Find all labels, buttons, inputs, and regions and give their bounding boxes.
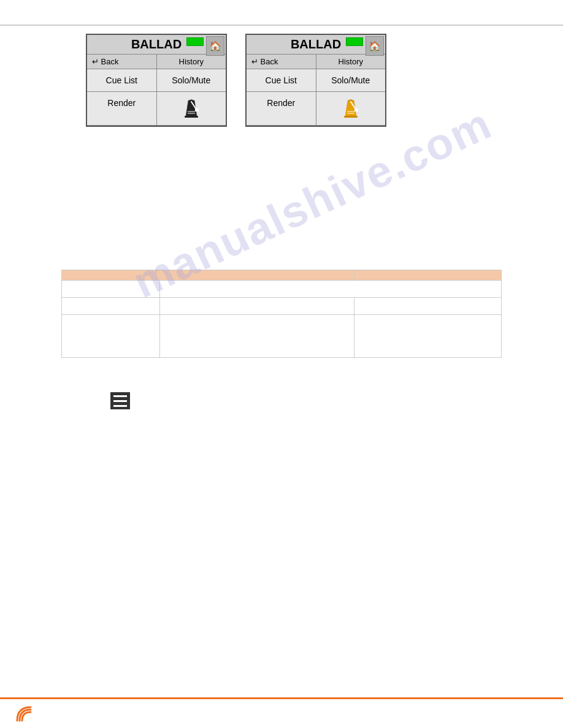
hamburger-container [110,392,130,409]
table-cell [354,315,502,358]
widget-1: BALLAD 🏠 ↵ Back History Cue List Solo/Mu… [86,34,227,127]
table-cell [160,315,354,358]
metro-icon-orange [342,98,360,119]
widget-2-cue-list-button[interactable]: Cue List [247,69,316,91]
svg-rect-6 [185,116,198,118]
widget-2-row1: Cue List Solo/Mute [247,69,385,92]
widgets-container: BALLAD 🏠 ↵ Back History Cue List Solo/Mu… [86,34,386,127]
widget-2-back-button[interactable]: ↵ Back [247,55,316,69]
hamburger-line-3 [113,405,127,407]
widget-1-row2: Render [87,92,226,126]
widget-2-solo-mute-button[interactable]: Solo/Mute [316,69,386,91]
widget-2-history-button[interactable]: History [316,55,386,69]
widget-2-metro-button[interactable] [316,92,386,125]
page-footer [0,697,563,728]
top-divider [0,25,563,26]
widget-1-metro-button[interactable] [157,92,226,125]
widget-2-home-button[interactable]: 🏠 [366,36,384,56]
widget-2-row2: Render [247,92,385,126]
hamburger-line-2 [113,400,127,402]
table-row [62,281,502,298]
widget-1-render-button[interactable]: Render [87,92,157,125]
table-header-row [62,270,502,281]
widget-2-nav: ↵ Back History [247,55,385,69]
widget-2-history-label: History [339,57,363,66]
widget-1-indicator [186,37,204,46]
table-row [62,298,502,315]
table-cell [62,315,160,358]
table-header-col2 [160,270,354,281]
widget-2-header: BALLAD 🏠 [247,35,385,55]
table-cell [354,298,502,315]
hamburger-menu-button[interactable] [110,392,130,409]
table-header-col1 [62,270,160,281]
widget-2-indicator [346,37,363,46]
data-table [61,270,502,358]
widget-1-nav: ↵ Back History [87,55,226,69]
widget-2: BALLAD 🏠 ↵ Back History Cue List Solo/Mu… [245,34,386,127]
table-row [62,315,502,358]
metro-icon-black [182,98,201,119]
hamburger-line-1 [113,395,127,397]
widget-1-home-button[interactable]: 🏠 [206,36,224,56]
widget-1-back-label: ↵ Back [92,57,119,66]
widget-1-solo-mute-button[interactable]: Solo/Mute [157,69,226,91]
svg-marker-1 [188,99,194,100]
table-header-col3 [354,270,502,281]
table-cell [62,281,160,298]
footer-logo-icon [12,702,36,726]
widget-1-header: BALLAD 🏠 [87,35,226,55]
widget-1-cue-list-button[interactable]: Cue List [87,69,157,91]
table-cell [160,298,354,315]
widget-2-back-label: ↵ Back [251,57,278,66]
widget-1-history-button[interactable]: History [157,55,226,69]
data-table-container [61,270,502,358]
widget-2-render-button[interactable]: Render [247,92,316,125]
widget-1-back-button[interactable]: ↵ Back [87,55,157,69]
svg-marker-8 [348,99,354,100]
widget-1-row1: Cue List Solo/Mute [87,69,226,92]
svg-rect-13 [344,116,358,118]
table-cell [160,281,502,298]
svg-rect-10 [354,108,358,112]
svg-rect-3 [195,108,199,112]
table-cell [62,298,160,315]
widget-1-history-label: History [179,57,204,66]
